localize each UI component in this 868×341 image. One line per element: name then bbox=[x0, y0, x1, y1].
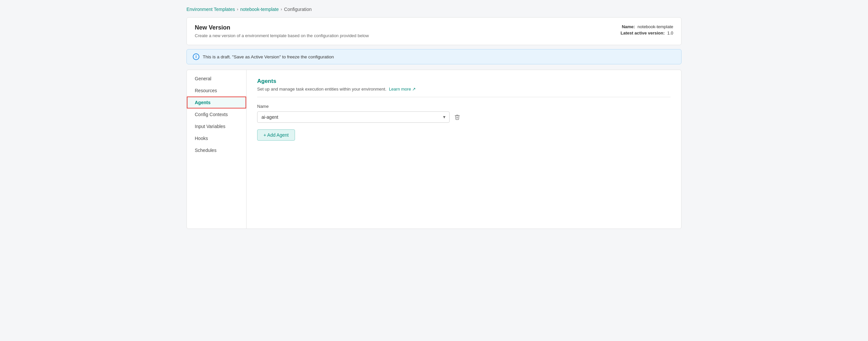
breadcrumb-sep-2: › bbox=[281, 7, 282, 11]
agent-select-wrapper: ai-agent ▼ bbox=[257, 112, 450, 123]
breadcrumb-notebook-template[interactable]: notebook-template bbox=[240, 7, 279, 12]
page-subtitle: Create a new version of a environment te… bbox=[195, 33, 369, 38]
page-title: New Version bbox=[195, 24, 369, 31]
name-field-label: Name bbox=[257, 104, 671, 109]
header-right: Name: notebook-template Latest active ve… bbox=[620, 24, 673, 37]
breadcrumb-sep-1: › bbox=[237, 7, 238, 11]
breadcrumb: Environment Templates › notebook-templat… bbox=[186, 7, 682, 12]
name-value: notebook-template bbox=[638, 24, 673, 29]
agent-row: ai-agent ▼ bbox=[257, 112, 671, 123]
info-banner-text: This is a draft. "Save as Active Version… bbox=[203, 54, 334, 59]
sidebar-item-input-variables[interactable]: Input Variables bbox=[187, 120, 246, 132]
content-title: Agents bbox=[257, 78, 671, 85]
sidebar-item-general[interactable]: General bbox=[187, 73, 246, 85]
content-area: Agents Set up and manage task execution … bbox=[247, 70, 681, 228]
learn-more-link[interactable]: Learn more ↗ bbox=[389, 87, 416, 92]
add-agent-button[interactable]: + Add Agent bbox=[257, 129, 295, 141]
name-meta-row: Name: notebook-template bbox=[620, 24, 673, 29]
main-layout: General Resources Agents Config Contexts… bbox=[186, 70, 682, 229]
info-banner: i This is a draft. "Save as Active Versi… bbox=[186, 49, 682, 64]
sidebar-item-agents[interactable]: Agents bbox=[187, 96, 246, 108]
content-description: Set up and manage task execution entitie… bbox=[257, 87, 671, 97]
breadcrumb-configuration: Configuration bbox=[284, 7, 312, 12]
delete-agent-button[interactable] bbox=[453, 113, 462, 121]
breadcrumb-environment-templates[interactable]: Environment Templates bbox=[186, 7, 235, 12]
header-card: New Version Create a new version of a en… bbox=[186, 17, 682, 45]
sidebar-item-config-contexts[interactable]: Config Contexts bbox=[187, 108, 246, 120]
sidebar: General Resources Agents Config Contexts… bbox=[187, 70, 247, 228]
version-meta-row: Latest active version: 1.0 bbox=[620, 31, 673, 35]
agent-select[interactable]: ai-agent bbox=[257, 112, 450, 123]
header-left: New Version Create a new version of a en… bbox=[195, 24, 369, 38]
name-label: Name: bbox=[622, 24, 635, 29]
version-value: 1.0 bbox=[667, 31, 673, 35]
sidebar-item-resources[interactable]: Resources bbox=[187, 85, 246, 96]
version-label: Latest active version: bbox=[620, 31, 664, 35]
sidebar-item-schedules[interactable]: Schedules bbox=[187, 144, 246, 156]
info-icon: i bbox=[193, 53, 199, 60]
sidebar-item-hooks[interactable]: Hooks bbox=[187, 132, 246, 144]
trash-icon bbox=[454, 114, 460, 120]
